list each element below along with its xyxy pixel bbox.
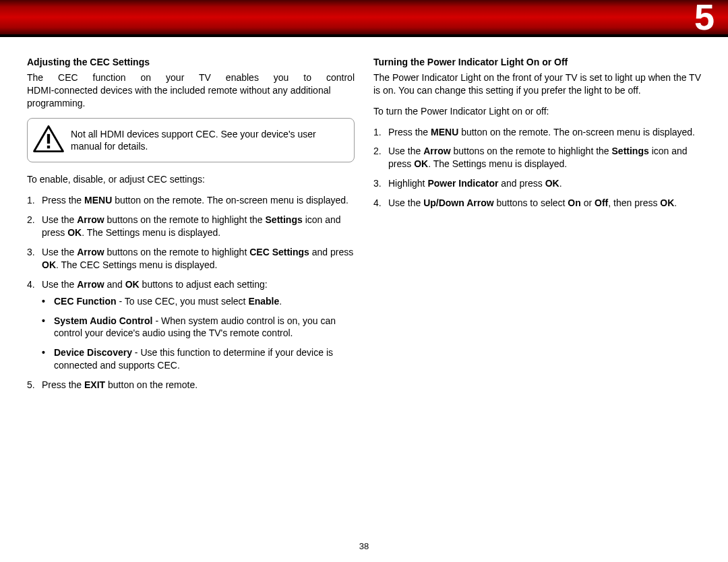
svg-rect-2 (47, 146, 50, 148)
chapter-number: 5 (694, 0, 715, 38)
cec-step-4: Use the Arrow and OK buttons to adjust e… (27, 278, 355, 372)
power-step-2: Use the Arrow buttons on the remote to h… (373, 145, 701, 170)
cec-bullet-3: Device Discovery - Use this function to … (42, 346, 355, 372)
cec-step-2: Use the Arrow buttons on the remote to h… (27, 214, 355, 239)
cec-note-box: Not all HDMI devices support CEC. See yo… (27, 118, 355, 163)
power-intro: The Power Indicator Light on the front o… (373, 71, 701, 97)
cec-step-5: Press the EXIT button on the remote. (27, 379, 355, 392)
power-step-4: Use the Up/Down Arrow buttons to select … (373, 197, 701, 210)
power-heading: Turning the Power Indicator Light On or … (373, 56, 701, 69)
cec-bullets: CEC Function - To use CEC, you must sele… (42, 295, 355, 372)
left-column: Adjusting the CEC Settings The CEC funct… (27, 56, 355, 398)
cec-intro-rest: HDMI-connected devices with the included… (27, 84, 355, 110)
cec-intro-line1: The CEC function on your TV enables you … (27, 71, 355, 84)
power-step-1: Press the MENU button on the remote. The… (373, 126, 701, 139)
cec-steps: Press the MENU button on the remote. The… (27, 194, 355, 392)
cec-heading: Adjusting the CEC Settings (27, 56, 355, 69)
cec-step-3: Use the Arrow buttons on the remote to h… (27, 246, 355, 272)
power-step-3: Highlight Power Indicator and press OK. (373, 177, 701, 190)
page-number: 38 (0, 541, 728, 551)
chapter-banner: 5 (0, 0, 728, 37)
right-column: Turning the Power Indicator Light On or … (373, 56, 701, 398)
cec-note-text: Not all HDMI devices support CEC. See yo… (71, 128, 346, 152)
svg-rect-1 (47, 133, 50, 143)
power-steps: Press the MENU button on the remote. The… (373, 126, 701, 210)
power-lead: To turn the Power Indicator Light on or … (373, 105, 701, 118)
cec-bullet-1: CEC Function - To use CEC, you must sele… (42, 295, 355, 308)
warning-icon (33, 125, 64, 156)
page-body: Adjusting the CEC Settings The CEC funct… (0, 37, 728, 398)
cec-lead: To enable, disable, or adjust CEC settin… (27, 173, 355, 186)
cec-step-1: Press the MENU button on the remote. The… (27, 194, 355, 207)
cec-bullet-2: System Audio Control - When system audio… (42, 315, 355, 340)
